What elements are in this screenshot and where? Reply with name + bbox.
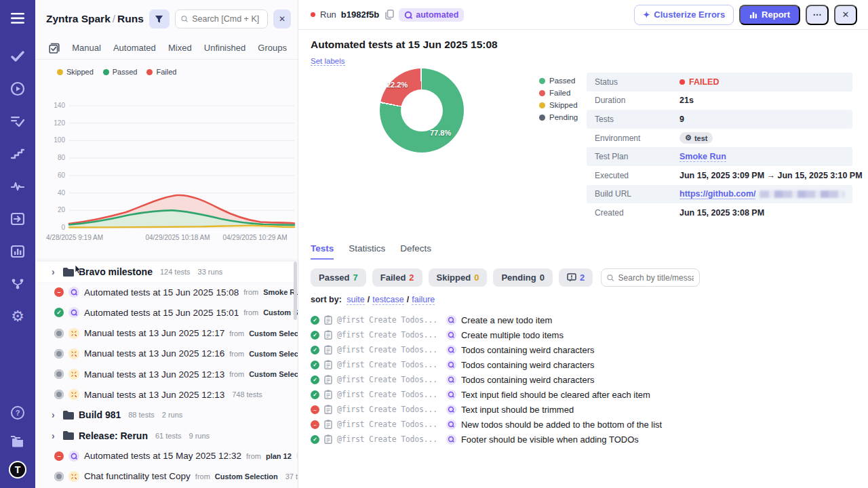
sort-by-suite[interactable]: suite bbox=[347, 295, 364, 305]
test-row[interactable]: ✓ @first Create Todos... Footer should b… bbox=[311, 432, 856, 447]
close-run-button[interactable]: ✕ bbox=[834, 5, 857, 25]
menu-icon[interactable] bbox=[9, 9, 26, 27]
tasks-check-icon[interactable] bbox=[9, 47, 26, 65]
run-neutral-icon bbox=[54, 390, 64, 399]
settings-gear-icon[interactable]: ⚙ bbox=[9, 308, 26, 325]
group-runs-count: 9 runs bbox=[189, 432, 210, 440]
tab-mixed[interactable]: Mixed bbox=[168, 43, 192, 53]
set-labels-link[interactable]: Set labels bbox=[311, 57, 345, 66]
run-row[interactable]: – Automated tests at 15 Jun 2025 15:08 f… bbox=[35, 282, 298, 302]
run-row[interactable]: Manual tests at 13 Jun 2025 12:13 from C… bbox=[35, 364, 298, 384]
svg-text:80: 80 bbox=[58, 154, 66, 161]
clusterize-errors-button[interactable]: ✦ Clusterize Errors bbox=[634, 5, 734, 25]
field-label: Status bbox=[595, 77, 679, 87]
runs-search-input[interactable] bbox=[192, 14, 262, 24]
svg-text:04/29/2025 10:29 AM: 04/29/2025 10:29 AM bbox=[222, 234, 287, 241]
run-row[interactable]: Manual tests at 13 Jun 2025 12:13 748 te… bbox=[35, 384, 298, 405]
sort-by-failure[interactable]: failure bbox=[412, 295, 435, 305]
automated-badge[interactable]: automated bbox=[399, 8, 464, 22]
detail-row: Environment ⚙test bbox=[587, 129, 852, 148]
tests-search-input[interactable] bbox=[618, 273, 694, 283]
projects-folders-icon[interactable] bbox=[9, 432, 26, 450]
test-row[interactable]: ✓ @first Create Todos... Todos containin… bbox=[311, 372, 856, 387]
close-runs-panel-button[interactable]: ✕ bbox=[273, 9, 291, 28]
trend-legend: Skipped Passed Failed bbox=[45, 65, 298, 77]
run-row[interactable]: Chat functinality test Copy from Custom … bbox=[35, 466, 298, 487]
tests-search[interactable] bbox=[601, 268, 700, 287]
runs-play-icon[interactable] bbox=[9, 80, 26, 98]
run-title: Manual tests at 13 Jun 2025 12:16 bbox=[84, 348, 224, 359]
run-group-row[interactable]: › Bravo milestone 124 tests 33 runs bbox=[35, 262, 298, 282]
comments-filter-chip[interactable]: 2 bbox=[559, 268, 593, 287]
run-source: plan 12 bbox=[266, 452, 292, 460]
filter-button[interactable] bbox=[149, 9, 170, 28]
chevron-right-icon[interactable]: › bbox=[52, 430, 58, 441]
test-passed-icon: ✓ bbox=[311, 361, 319, 369]
tab-manual[interactable]: Manual bbox=[72, 43, 101, 53]
group-runs-count: 33 runs bbox=[198, 268, 223, 276]
bar-chart-icon bbox=[749, 11, 757, 19]
passed-filter-chip[interactable]: Passed7 bbox=[311, 268, 366, 287]
test-row[interactable]: ✓ @first Create Todos... Create a new to… bbox=[311, 312, 856, 327]
svg-text:40: 40 bbox=[58, 189, 66, 197]
failed-filter-chip[interactable]: Failed2 bbox=[372, 268, 422, 287]
tab-unfinished[interactable]: Unfinished bbox=[204, 43, 245, 53]
test-passed-icon: ✓ bbox=[311, 390, 319, 399]
skipped-filter-chip[interactable]: Skipped0 bbox=[429, 268, 488, 287]
tab-tests[interactable]: Tests bbox=[311, 243, 334, 260]
detail-row: Test Plan Smoke Run bbox=[587, 147, 852, 166]
suite-label: @first Create Todos... bbox=[337, 434, 437, 444]
runs-search[interactable] bbox=[175, 9, 268, 28]
scrollbar-thumb[interactable] bbox=[294, 262, 297, 320]
manual-run-icon bbox=[68, 328, 79, 339]
tab-defects[interactable]: Defects bbox=[400, 243, 431, 260]
sort-row: sort by: suite/testcase/failure bbox=[311, 295, 856, 304]
run-row[interactable]: ✓ Automated tests at 15 Jun 2025 15:01 f… bbox=[35, 302, 298, 323]
select-all-icon[interactable] bbox=[49, 43, 60, 54]
test-row[interactable]: ✓ @first Create Todos... Text input fiel… bbox=[311, 387, 856, 402]
chevron-right-icon[interactable]: › bbox=[52, 409, 58, 420]
steps-icon[interactable] bbox=[9, 145, 26, 163]
app-logo[interactable]: T bbox=[9, 461, 26, 479]
test-row[interactable]: – @first Create Todos... Text input shou… bbox=[311, 402, 856, 417]
test-row[interactable]: ✓ @first Create Todos... Todos containin… bbox=[311, 342, 856, 357]
help-icon[interactable]: ? bbox=[9, 404, 26, 422]
copy-icon[interactable] bbox=[385, 9, 394, 20]
suite-label: @first Create Todos... bbox=[337, 360, 437, 369]
suites-list-icon[interactable] bbox=[9, 113, 26, 130]
folder-icon bbox=[63, 268, 74, 277]
from-label: from bbox=[195, 472, 210, 481]
pending-filter-chip[interactable]: Pending0 bbox=[493, 268, 553, 287]
sort-by-testcase[interactable]: testcase bbox=[372, 295, 404, 305]
status-value: FAILED bbox=[689, 77, 719, 87]
test-row[interactable]: ✓ @first Create Todos... Todos containin… bbox=[311, 357, 856, 372]
detail-row: Created Jun 15, 2025 3:08 PM bbox=[587, 203, 852, 222]
run-row[interactable]: – Automated tests at 15 May 2025 12:32 f… bbox=[35, 446, 298, 466]
report-button[interactable]: Report bbox=[739, 5, 800, 25]
donut-legend: Passed Failed Skipped Pending bbox=[539, 77, 578, 121]
run-row[interactable]: Manual tests at 13 Jun 2025 12:16 from C… bbox=[35, 344, 298, 364]
more-button[interactable]: ⋯ bbox=[806, 5, 829, 25]
chevron-right-icon[interactable]: › bbox=[52, 266, 58, 277]
test-plan-link[interactable]: Smoke Run bbox=[679, 152, 726, 162]
run-detail-tabs: Tests Statistics Defects bbox=[311, 243, 856, 260]
build-url-link[interactable]: https://github.com/ bbox=[679, 189, 755, 199]
run-id: b1982f5b bbox=[341, 9, 379, 20]
robot-icon bbox=[446, 420, 456, 430]
clipboard-icon bbox=[324, 330, 332, 340]
legend-passed: Passed bbox=[113, 68, 138, 76]
analytics-icon[interactable] bbox=[9, 243, 26, 260]
from-label: from bbox=[243, 288, 258, 296]
test-row[interactable]: – @first Create Todos... New todos shoul… bbox=[311, 417, 856, 432]
branches-icon[interactable] bbox=[9, 275, 26, 293]
run-group-row[interactable]: › Build 981 88 tests 2 runs bbox=[35, 405, 298, 425]
test-row[interactable]: ✓ @first Create Todos... Create multiple… bbox=[311, 327, 856, 342]
run-group-row[interactable]: › Release: Rerun 61 tests 9 runs bbox=[35, 426, 298, 446]
import-icon[interactable] bbox=[9, 210, 26, 228]
tab-groups[interactable]: Groups bbox=[258, 43, 287, 53]
pulse-icon[interactable] bbox=[9, 178, 26, 195]
run-row[interactable]: Manual tests at 13 Jun 2025 12:17 from C… bbox=[35, 323, 298, 344]
tab-statistics[interactable]: Statistics bbox=[349, 243, 385, 260]
tab-automated[interactable]: Automated bbox=[113, 43, 156, 53]
detail-row: Tests 9 bbox=[587, 110, 852, 129]
